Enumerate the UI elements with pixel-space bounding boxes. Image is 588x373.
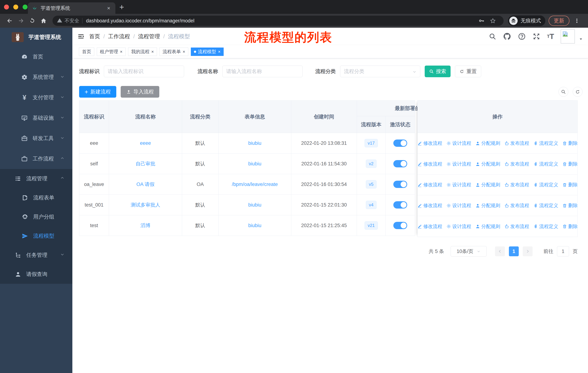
reload-icon[interactable] (27, 16, 37, 26)
publish-action-link[interactable]: 发布流程 (504, 140, 529, 146)
tag-tenant-management[interactable]: 租户管理 × (97, 48, 126, 56)
version-badge[interactable]: v2 (366, 160, 377, 168)
sidebar-logo-row[interactable]: 芋道管理系统 (0, 28, 72, 47)
goto-page-input[interactable] (557, 246, 569, 256)
process-name-link[interactable]: 自己审批 (136, 161, 155, 166)
active-toggle[interactable] (393, 181, 407, 188)
show-search-icon[interactable] (558, 87, 568, 97)
create-process-button[interactable]: + 新建流程 (79, 86, 116, 98)
active-toggle[interactable] (393, 140, 407, 147)
sidebar-item-devtools[interactable]: 研发工具 (0, 128, 72, 149)
tag-process-form[interactable]: 流程表单 × (159, 48, 188, 56)
breadcrumb-home[interactable]: 首页 (89, 33, 100, 40)
sidebar-item-payment[interactable]: ¥ 支付管理 (0, 87, 72, 108)
new-tab-button[interactable]: + (119, 2, 124, 12)
design-action-link[interactable]: 设计流程 (446, 181, 471, 188)
sidebar-item-user-group[interactable]: 用户分组 (0, 207, 72, 226)
help-icon[interactable] (518, 32, 526, 40)
delete-action-link[interactable]: 删除 (562, 223, 578, 230)
avatar[interactable] (561, 29, 575, 43)
delete-action-link[interactable]: 删除 (562, 202, 578, 209)
assign-action-link[interactable]: 分配规则 (475, 140, 500, 146)
close-window-button[interactable] (4, 5, 9, 10)
forward-icon[interactable] (16, 16, 26, 26)
tag-process-model[interactable]: 流程模型 × (191, 48, 224, 56)
font-size-icon[interactable]: TT (547, 32, 554, 40)
process-category-select-input[interactable] (340, 66, 420, 77)
form-info-link[interactable]: biubiu (248, 223, 261, 228)
sidebar-item-workflow[interactable]: 工作流程 (0, 149, 72, 169)
back-icon[interactable] (5, 16, 15, 26)
collapse-sidebar-icon[interactable] (77, 33, 84, 40)
close-icon[interactable]: × (151, 50, 154, 54)
delete-action-link[interactable]: 删除 (562, 161, 578, 167)
publish-action-link[interactable]: 发布流程 (504, 181, 529, 188)
version-badge[interactable]: v17 (365, 139, 378, 148)
import-process-button[interactable]: 导入流程 (121, 86, 159, 98)
sidebar-item-infrastructure[interactable]: 基础设施 (0, 108, 72, 128)
url-bar[interactable]: 不安全 dashboard.yudao.iocoder.cn/bpm/manag… (52, 16, 504, 26)
active-toggle[interactable] (393, 160, 407, 167)
form-info-link[interactable]: /bpm/oa/leave/create (232, 181, 278, 187)
sidebar-item-task-management[interactable]: 任务管理 (0, 245, 72, 265)
delete-action-link[interactable]: 删除 (562, 181, 578, 188)
definition-action-link[interactable]: 流程定义 (533, 181, 558, 188)
breadcrumb-process-management[interactable]: 流程管理 (138, 33, 160, 40)
close-icon[interactable]: × (218, 50, 220, 54)
fullscreen-icon[interactable] (532, 32, 540, 40)
home-icon[interactable] (39, 16, 49, 26)
sidebar-item-process-form[interactable]: 流程表单 (0, 188, 72, 207)
reset-button[interactable]: 重置 (455, 66, 481, 77)
publish-action-link[interactable]: 发布流程 (504, 202, 529, 209)
design-action-link[interactable]: 设计流程 (446, 161, 471, 167)
sidebar-item-process-model[interactable]: 流程模型 (0, 226, 72, 245)
assign-action-link[interactable]: 分配规则 (475, 161, 500, 167)
process-name-link[interactable]: OA 请假 (136, 181, 154, 187)
version-badge[interactable]: v5 (366, 180, 377, 189)
minimize-window-button[interactable] (13, 5, 18, 10)
design-action-link[interactable]: 设计流程 (446, 223, 471, 230)
search-button[interactable]: 搜索 (425, 66, 451, 77)
next-page-button[interactable] (523, 246, 533, 256)
sidebar-item-system[interactable]: 系统管理 (0, 67, 72, 87)
github-icon[interactable] (503, 32, 511, 40)
edit-action-link[interactable]: 修改流程 (417, 223, 442, 230)
process-name-link[interactable]: 滔博 (141, 223, 150, 228)
key-icon[interactable] (477, 16, 486, 26)
definition-action-link[interactable]: 流程定义 (533, 161, 558, 167)
process-name-link[interactable]: 测试多审批人 (131, 202, 160, 208)
tab-close-icon[interactable]: × (106, 5, 111, 11)
close-icon[interactable]: × (120, 50, 123, 54)
process-name-input[interactable] (222, 66, 303, 77)
process-category-select[interactable] (340, 66, 420, 77)
publish-action-link[interactable]: 发布流程 (504, 161, 529, 167)
browser-tab[interactable]: 芋道管理系统 × (28, 2, 115, 14)
publish-action-link[interactable]: 发布流程 (504, 223, 529, 230)
process-name-link[interactable]: eeee (140, 141, 151, 146)
page-number[interactable]: 1 (509, 246, 519, 256)
delete-action-link[interactable]: 删除 (562, 140, 578, 146)
caret-down-icon[interactable] (579, 37, 583, 42)
process-id-input[interactable] (104, 66, 184, 77)
tag-my-process[interactable]: 我的流程 × (128, 48, 157, 56)
definition-action-link[interactable]: 流程定义 (533, 223, 558, 230)
sidebar-item-process-management[interactable]: 流程管理 (0, 169, 72, 188)
definition-action-link[interactable]: 流程定义 (533, 202, 558, 209)
menu-dots-icon[interactable] (572, 16, 582, 26)
assign-action-link[interactable]: 分配规则 (475, 223, 500, 230)
form-info-link[interactable]: biubiu (248, 202, 261, 208)
page-size-select[interactable]: 10条/页 (451, 246, 487, 257)
maximize-window-button[interactable] (23, 5, 28, 10)
definition-action-link[interactable]: 流程定义 (533, 140, 558, 146)
tag-home[interactable]: 首页 (79, 48, 94, 56)
update-button[interactable]: 更新 (549, 16, 569, 26)
design-action-link[interactable]: 设计流程 (446, 140, 471, 146)
edit-action-link[interactable]: 修改流程 (417, 140, 442, 146)
close-icon[interactable]: × (183, 50, 185, 54)
form-info-link[interactable]: biubiu (248, 161, 261, 166)
sidebar-item-leave-query[interactable]: 请假查询 (0, 265, 72, 284)
sidebar-item-home[interactable]: 首页 (0, 47, 72, 67)
refresh-icon[interactable] (573, 87, 583, 97)
edit-action-link[interactable]: 修改流程 (417, 161, 442, 167)
version-badge[interactable]: v21 (365, 221, 378, 230)
